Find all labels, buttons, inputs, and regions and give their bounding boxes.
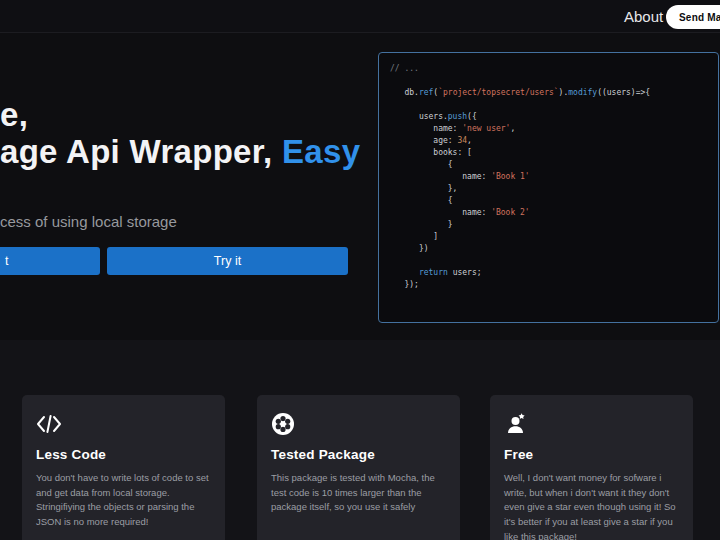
- code-line: name: 'Book 2': [390, 207, 707, 219]
- code-line: [390, 75, 707, 87]
- hero-heading: e,age Api Wrapper, Easy: [0, 96, 360, 170]
- code-line: {: [390, 159, 707, 171]
- feature-card-title: Free: [504, 447, 679, 462]
- feature-card-free: Free Well, I don't want money for sofwar…: [490, 395, 693, 540]
- feature-card-title: Less Code: [36, 447, 211, 462]
- hero-heading-line2: age Api Wrapper,: [0, 133, 282, 170]
- code-line: }: [390, 219, 707, 231]
- code-line: return users;: [390, 267, 707, 279]
- code-line: },: [390, 183, 707, 195]
- try-it-button-label: Try it: [214, 254, 241, 268]
- feature-card-body: Well, I don't want money for sofware i w…: [504, 471, 679, 540]
- top-navbar: About Send Mail: [0, 0, 720, 33]
- hero-primary-button-label-fragment: t: [5, 254, 8, 268]
- code-line: name: 'new user',: [390, 123, 707, 135]
- send-mail-button[interactable]: Send Mail: [666, 5, 720, 29]
- nav-about-link[interactable]: About: [624, 8, 663, 25]
- code-icon: [36, 411, 211, 437]
- flower-badge-icon: [271, 411, 446, 437]
- code-line: users.push({: [390, 111, 707, 123]
- code-block: // ... db.ref(`project/topsecret/users`)…: [390, 63, 707, 291]
- features-section: Less Code You don't have to write lots o…: [0, 340, 720, 540]
- code-line: books: [: [390, 147, 707, 159]
- code-line: });: [390, 279, 707, 291]
- code-panel: // ... db.ref(`project/topsecret/users`)…: [378, 52, 719, 323]
- code-line: name: 'Book 1': [390, 171, 707, 183]
- code-line: [390, 255, 707, 267]
- code-line: // ...: [390, 63, 707, 75]
- feature-card-body: This package is tested with Mocha, the t…: [271, 471, 446, 515]
- feature-card-less-code: Less Code You don't have to write lots o…: [22, 395, 225, 540]
- code-line: [390, 99, 707, 111]
- code-line: ]: [390, 231, 707, 243]
- try-it-button[interactable]: Try it: [107, 247, 348, 275]
- hero-heading-line1: e,: [0, 96, 28, 133]
- code-line: db.ref(`project/topsecret/users`).modify…: [390, 87, 707, 99]
- hero-primary-button-partial[interactable]: t: [0, 247, 100, 275]
- hero-subtitle: cess of using local storage: [0, 213, 177, 230]
- code-line: age: 34,: [390, 135, 707, 147]
- code-line: }): [390, 243, 707, 255]
- feature-card-title: Tested Package: [271, 447, 446, 462]
- feature-card-tested-package: Tested Package This package is tested wi…: [257, 395, 460, 540]
- hero-heading-highlight: Easy: [282, 133, 360, 170]
- code-line: {: [390, 195, 707, 207]
- user-star-icon: [504, 411, 679, 437]
- feature-card-body: You don't have to write lots of code to …: [36, 471, 211, 530]
- hero-section: e,age Api Wrapper, Easy cess of using lo…: [0, 33, 720, 343]
